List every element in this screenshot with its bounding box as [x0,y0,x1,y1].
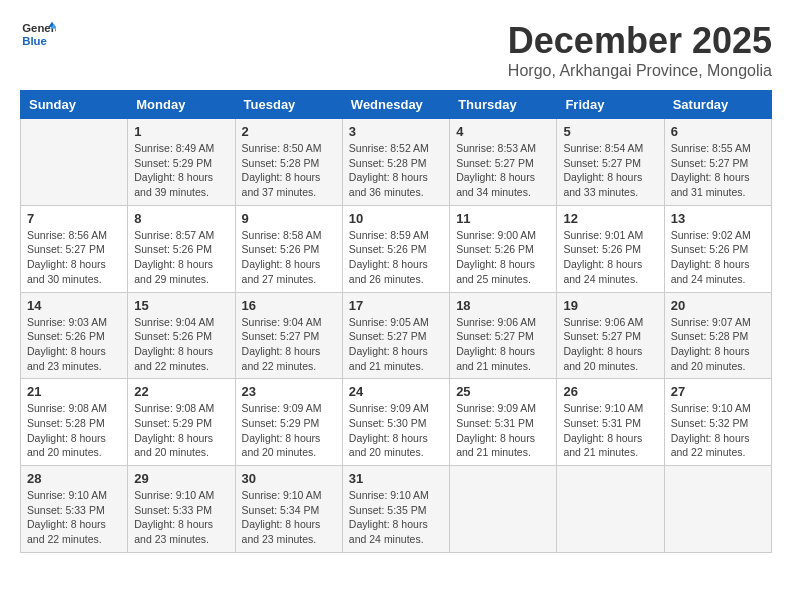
calendar-cell: 8Sunrise: 8:57 AMSunset: 5:26 PMDaylight… [128,205,235,292]
cell-sun-info: Sunrise: 9:01 AMSunset: 5:26 PMDaylight:… [563,228,657,287]
day-number: 7 [27,211,121,226]
calendar-cell: 10Sunrise: 8:59 AMSunset: 5:26 PMDayligh… [342,205,449,292]
day-number: 11 [456,211,550,226]
cell-sun-info: Sunrise: 9:04 AMSunset: 5:27 PMDaylight:… [242,315,336,374]
calendar-cell: 1Sunrise: 8:49 AMSunset: 5:29 PMDaylight… [128,119,235,206]
day-number: 24 [349,384,443,399]
calendar-cell: 16Sunrise: 9:04 AMSunset: 5:27 PMDayligh… [235,292,342,379]
calendar-cell [450,466,557,553]
day-number: 23 [242,384,336,399]
calendar-cell: 17Sunrise: 9:05 AMSunset: 5:27 PMDayligh… [342,292,449,379]
calendar-cell: 20Sunrise: 9:07 AMSunset: 5:28 PMDayligh… [664,292,771,379]
calendar-cell: 14Sunrise: 9:03 AMSunset: 5:26 PMDayligh… [21,292,128,379]
calendar-cell: 21Sunrise: 9:08 AMSunset: 5:28 PMDayligh… [21,379,128,466]
calendar-cell: 4Sunrise: 8:53 AMSunset: 5:27 PMDaylight… [450,119,557,206]
cell-sun-info: Sunrise: 9:05 AMSunset: 5:27 PMDaylight:… [349,315,443,374]
page-header: General Blue December 2025 Horgo, Arkhan… [20,20,772,80]
day-number: 31 [349,471,443,486]
weekday-header-wednesday: Wednesday [342,91,449,119]
cell-sun-info: Sunrise: 9:08 AMSunset: 5:29 PMDaylight:… [134,401,228,460]
day-number: 27 [671,384,765,399]
cell-sun-info: Sunrise: 9:09 AMSunset: 5:29 PMDaylight:… [242,401,336,460]
calendar-cell: 19Sunrise: 9:06 AMSunset: 5:27 PMDayligh… [557,292,664,379]
day-number: 8 [134,211,228,226]
calendar-cell: 28Sunrise: 9:10 AMSunset: 5:33 PMDayligh… [21,466,128,553]
calendar-cell [557,466,664,553]
cell-sun-info: Sunrise: 8:53 AMSunset: 5:27 PMDaylight:… [456,141,550,200]
cell-sun-info: Sunrise: 9:02 AMSunset: 5:26 PMDaylight:… [671,228,765,287]
calendar-cell [664,466,771,553]
title-section: December 2025 Horgo, Arkhangai Province,… [508,20,772,80]
calendar-cell: 13Sunrise: 9:02 AMSunset: 5:26 PMDayligh… [664,205,771,292]
weekday-header-friday: Friday [557,91,664,119]
weekday-header-tuesday: Tuesday [235,91,342,119]
day-number: 28 [27,471,121,486]
day-number: 17 [349,298,443,313]
calendar-cell: 29Sunrise: 9:10 AMSunset: 5:33 PMDayligh… [128,466,235,553]
calendar-cell: 23Sunrise: 9:09 AMSunset: 5:29 PMDayligh… [235,379,342,466]
day-number: 14 [27,298,121,313]
day-number: 3 [349,124,443,139]
weekday-header-thursday: Thursday [450,91,557,119]
day-number: 18 [456,298,550,313]
calendar-title: December 2025 [508,20,772,62]
day-number: 4 [456,124,550,139]
calendar-cell: 9Sunrise: 8:58 AMSunset: 5:26 PMDaylight… [235,205,342,292]
day-number: 16 [242,298,336,313]
day-number: 1 [134,124,228,139]
calendar-subtitle: Horgo, Arkhangai Province, Mongolia [508,62,772,80]
week-row-4: 21Sunrise: 9:08 AMSunset: 5:28 PMDayligh… [21,379,772,466]
calendar-cell: 24Sunrise: 9:09 AMSunset: 5:30 PMDayligh… [342,379,449,466]
cell-sun-info: Sunrise: 9:10 AMSunset: 5:32 PMDaylight:… [671,401,765,460]
day-number: 9 [242,211,336,226]
weekday-header-row: SundayMondayTuesdayWednesdayThursdayFrid… [21,91,772,119]
day-number: 10 [349,211,443,226]
calendar-cell: 15Sunrise: 9:04 AMSunset: 5:26 PMDayligh… [128,292,235,379]
cell-sun-info: Sunrise: 9:10 AMSunset: 5:34 PMDaylight:… [242,488,336,547]
logo-icon: General Blue [20,20,56,48]
calendar-cell: 5Sunrise: 8:54 AMSunset: 5:27 PMDaylight… [557,119,664,206]
calendar-cell: 31Sunrise: 9:10 AMSunset: 5:35 PMDayligh… [342,466,449,553]
cell-sun-info: Sunrise: 9:06 AMSunset: 5:27 PMDaylight:… [563,315,657,374]
cell-sun-info: Sunrise: 8:58 AMSunset: 5:26 PMDaylight:… [242,228,336,287]
calendar-cell: 6Sunrise: 8:55 AMSunset: 5:27 PMDaylight… [664,119,771,206]
cell-sun-info: Sunrise: 8:55 AMSunset: 5:27 PMDaylight:… [671,141,765,200]
day-number: 13 [671,211,765,226]
weekday-header-monday: Monday [128,91,235,119]
day-number: 15 [134,298,228,313]
day-number: 25 [456,384,550,399]
calendar-cell: 27Sunrise: 9:10 AMSunset: 5:32 PMDayligh… [664,379,771,466]
day-number: 20 [671,298,765,313]
day-number: 21 [27,384,121,399]
cell-sun-info: Sunrise: 9:00 AMSunset: 5:26 PMDaylight:… [456,228,550,287]
calendar-cell: 30Sunrise: 9:10 AMSunset: 5:34 PMDayligh… [235,466,342,553]
day-number: 30 [242,471,336,486]
cell-sun-info: Sunrise: 9:10 AMSunset: 5:31 PMDaylight:… [563,401,657,460]
cell-sun-info: Sunrise: 9:06 AMSunset: 5:27 PMDaylight:… [456,315,550,374]
calendar-cell: 25Sunrise: 9:09 AMSunset: 5:31 PMDayligh… [450,379,557,466]
day-number: 22 [134,384,228,399]
calendar-cell: 2Sunrise: 8:50 AMSunset: 5:28 PMDaylight… [235,119,342,206]
cell-sun-info: Sunrise: 8:56 AMSunset: 5:27 PMDaylight:… [27,228,121,287]
cell-sun-info: Sunrise: 9:10 AMSunset: 5:33 PMDaylight:… [27,488,121,547]
day-number: 5 [563,124,657,139]
calendar-cell: 26Sunrise: 9:10 AMSunset: 5:31 PMDayligh… [557,379,664,466]
day-number: 12 [563,211,657,226]
cell-sun-info: Sunrise: 8:52 AMSunset: 5:28 PMDaylight:… [349,141,443,200]
cell-sun-info: Sunrise: 9:10 AMSunset: 5:33 PMDaylight:… [134,488,228,547]
cell-sun-info: Sunrise: 8:57 AMSunset: 5:26 PMDaylight:… [134,228,228,287]
calendar-cell: 7Sunrise: 8:56 AMSunset: 5:27 PMDaylight… [21,205,128,292]
cell-sun-info: Sunrise: 9:03 AMSunset: 5:26 PMDaylight:… [27,315,121,374]
cell-sun-info: Sunrise: 8:49 AMSunset: 5:29 PMDaylight:… [134,141,228,200]
cell-sun-info: Sunrise: 8:54 AMSunset: 5:27 PMDaylight:… [563,141,657,200]
logo: General Blue [20,20,56,48]
week-row-3: 14Sunrise: 9:03 AMSunset: 5:26 PMDayligh… [21,292,772,379]
day-number: 29 [134,471,228,486]
cell-sun-info: Sunrise: 8:59 AMSunset: 5:26 PMDaylight:… [349,228,443,287]
day-number: 19 [563,298,657,313]
week-row-5: 28Sunrise: 9:10 AMSunset: 5:33 PMDayligh… [21,466,772,553]
cell-sun-info: Sunrise: 9:08 AMSunset: 5:28 PMDaylight:… [27,401,121,460]
svg-text:Blue: Blue [22,35,47,47]
day-number: 26 [563,384,657,399]
cell-sun-info: Sunrise: 9:04 AMSunset: 5:26 PMDaylight:… [134,315,228,374]
